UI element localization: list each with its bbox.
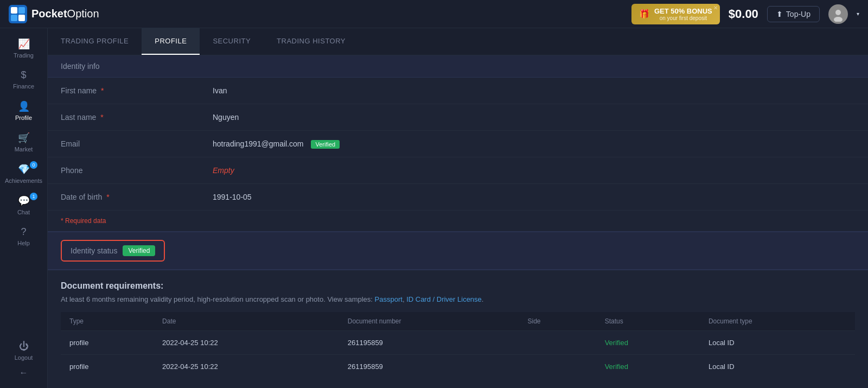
cell-doc-number: 261195859 (339, 331, 519, 355)
svg-rect-3 (11, 15, 17, 21)
sidebar-label-chat: Chat (17, 209, 30, 215)
sidebar-item-chat[interactable]: 💬 1 Chat (0, 189, 47, 221)
sidebar-item-profile[interactable]: 👤 Profile (0, 95, 47, 126)
market-icon: 🛒 (18, 132, 30, 144)
first-name-value: Ivan (213, 86, 227, 95)
logo-text: PocketOption (31, 8, 99, 20)
bonus-button[interactable]: 🎁 GET 50% BONUS on your first deposit ✕ (631, 4, 720, 24)
col-date: Date (154, 312, 339, 331)
cell-date: 2022-04-25 10:22 (154, 331, 339, 355)
sidebar-label-finance: Finance (13, 83, 34, 90)
sidebar-label-profile: Profile (15, 115, 32, 121)
chat-badge: 1 (30, 193, 37, 200)
sidebar-collapse-arrow[interactable]: ← (16, 366, 32, 379)
sidebar-label-help: Help (17, 240, 30, 246)
email-label: Email (61, 139, 213, 148)
identity-info-header: Identity info (48, 55, 868, 78)
chevron-down-icon[interactable]: ▾ (857, 11, 859, 17)
cell-doc-number: 261195859 (339, 355, 519, 379)
tab-trading-history[interactable]: TRADING HISTORY (264, 28, 359, 55)
content-area: TRADING PROFILE PROFILE SECURITY TRADING… (48, 28, 868, 388)
topup-label: Top-Up (786, 10, 810, 18)
logout-icon: ⏻ (19, 341, 29, 352)
sidebar-item-logout[interactable]: ⏻ Logout (0, 335, 47, 366)
finance-icon: $ (21, 69, 26, 81)
identity-status-section: Identity status Verified (48, 231, 868, 270)
first-name-label: First name * (61, 86, 213, 95)
achievements-badge: 0 (30, 161, 37, 169)
required-star-dob: * (106, 193, 109, 201)
avatar[interactable] (828, 4, 848, 24)
balance-display: $0.00 (729, 7, 758, 21)
field-row-phone: Phone Empty (48, 157, 868, 184)
cell-date: 2022-04-25 10:22 (154, 355, 339, 379)
identity-info: First name * Ivan Last name * Nguyen Ema… (48, 78, 868, 231)
topup-button[interactable]: ⬆ Top-Up (767, 6, 820, 22)
field-row-email: Email hotrading1991@gmail.com Verified (48, 131, 868, 157)
topup-icon: ⬆ (776, 10, 783, 18)
required-note: * Required data (48, 211, 868, 231)
svg-rect-2 (18, 7, 25, 14)
field-row-first-name: First name * Ivan (48, 78, 868, 104)
logo-area: PocketOption (9, 5, 631, 23)
sidebar-label-market: Market (15, 146, 33, 152)
doc-req-desc: At least 6 months remaining validity per… (61, 295, 855, 303)
required-star-lastname: * (100, 113, 103, 122)
close-icon[interactable]: ✕ (713, 5, 718, 11)
cell-side (519, 331, 596, 355)
sidebar-item-trading[interactable]: 📈 Trading (0, 33, 47, 64)
tab-profile[interactable]: PROFILE (142, 28, 200, 55)
documents-table: Type Date Document number Side Status Do… (61, 312, 855, 378)
cell-doc-type: Local ID (700, 355, 855, 379)
tabs-bar: TRADING PROFILE PROFILE SECURITY TRADING… (48, 28, 868, 55)
help-icon: ? (21, 226, 26, 238)
dob-value: 1991-10-05 (213, 193, 252, 201)
tab-security[interactable]: SECURITY (200, 28, 264, 55)
sidebar-label-logout: Logout (15, 354, 33, 361)
topnav-right: 🎁 GET 50% BONUS on your first deposit ✕ … (631, 4, 859, 24)
col-doc-number: Document number (339, 312, 519, 331)
tab-trading-profile[interactable]: TRADING PROFILE (48, 28, 142, 55)
profile-icon: 👤 (18, 100, 30, 112)
field-row-last-name: Last name * Nguyen (48, 104, 868, 131)
gift-icon: 🎁 (639, 9, 650, 19)
col-side: Side (519, 312, 596, 331)
sidebar: 📈 Trading $ Finance 👤 Profile 🛒 Market 💎… (0, 28, 48, 388)
logo-icon (9, 5, 27, 23)
bonus-text-main: GET 50% BONUS (654, 7, 712, 15)
svg-point-6 (835, 10, 841, 15)
cell-doc-type: Local ID (700, 331, 855, 355)
cell-status: Verified (596, 331, 700, 355)
sidebar-item-finance[interactable]: $ Finance (0, 64, 47, 95)
col-doc-type: Document type (700, 312, 855, 331)
col-status: Status (596, 312, 700, 331)
cell-type: profile (61, 331, 154, 355)
last-name-label: Last name * (61, 113, 213, 122)
scroll-content: Identity info First name * Ivan Last nam… (48, 55, 868, 388)
trading-icon: 📈 (18, 38, 30, 50)
identity-status-highlight: Identity status Verified (61, 240, 165, 262)
sidebar-item-help[interactable]: ? Help (0, 221, 47, 252)
document-requirements: Document requirements: At least 6 months… (48, 270, 868, 384)
email-value: hotrading1991@gmail.com Verified (213, 139, 340, 148)
passport-link[interactable]: Passport (375, 295, 403, 303)
identity-status-badge: Verified (123, 245, 155, 256)
required-star: * (101, 86, 104, 95)
cell-type: profile (61, 355, 154, 379)
avatar-icon (831, 7, 846, 22)
sidebar-item-market[interactable]: 🛒 Market (0, 126, 47, 158)
id-card-link[interactable]: ID Card / Driver License (406, 295, 482, 303)
field-row-dob: Date of birth * 1991-10-05 (48, 184, 868, 211)
achievements-icon: 💎 (18, 163, 30, 175)
dob-label: Date of birth * (61, 193, 213, 201)
svg-rect-1 (11, 7, 17, 14)
cell-side (519, 355, 596, 379)
sidebar-item-achievements[interactable]: 💎 0 Achievements (0, 158, 47, 189)
sidebar-label-achievements: Achievements (5, 177, 42, 184)
phone-label: Phone (61, 166, 213, 175)
table-row: profile 2022-04-25 10:22 261195859 Verif… (61, 355, 855, 379)
bonus-text-sub: on your first deposit (654, 15, 712, 21)
cell-status: Verified (596, 355, 700, 379)
sidebar-label-trading: Trading (14, 52, 34, 59)
identity-status-label: Identity status (71, 246, 117, 255)
